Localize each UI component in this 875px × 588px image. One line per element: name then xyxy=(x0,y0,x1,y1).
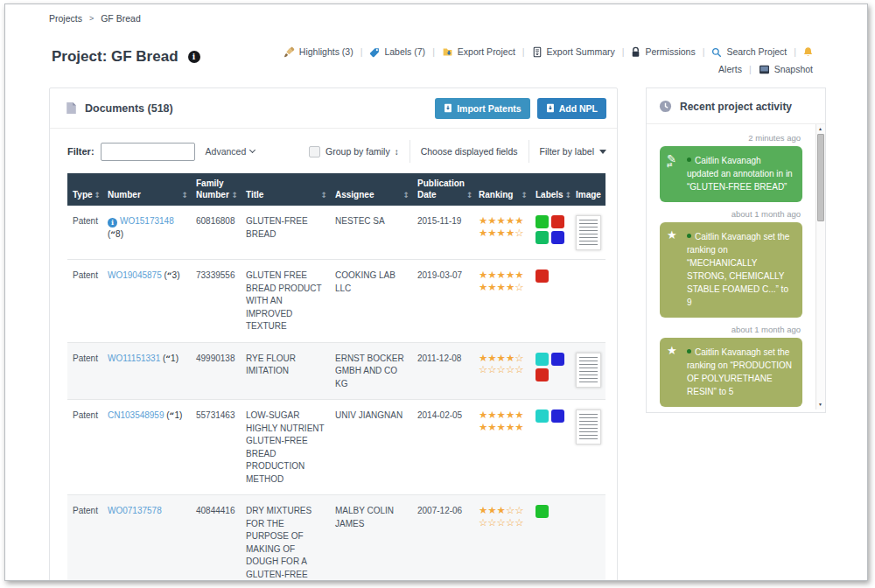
bell-icon[interactable] xyxy=(803,46,813,58)
import-patents-button[interactable]: Import Patents xyxy=(435,98,530,119)
sort-icon[interactable]: ↕ xyxy=(231,191,238,200)
sort-icon[interactable]: ↕ xyxy=(521,191,528,200)
column-label-ranking: Ranking xyxy=(479,190,513,201)
sort-icon[interactable]: ↕ xyxy=(181,191,188,200)
chevron-down-icon xyxy=(249,147,256,153)
label-red[interactable] xyxy=(536,368,549,382)
activity-card[interactable]: ★Caitlin Kavanagh set the ranking on “ME… xyxy=(660,222,802,318)
project-info-icon[interactable]: i xyxy=(188,51,200,63)
column-header-labels[interactable]: Labels↕ xyxy=(530,173,570,206)
column-label-date: Publication Date xyxy=(417,178,465,200)
label-emerald[interactable] xyxy=(536,231,549,244)
patent-number-link[interactable]: WO11151331 xyxy=(108,354,160,363)
column-header-family[interactable]: Family Number↕ xyxy=(191,173,241,206)
sort-icon[interactable]: ↕ xyxy=(320,191,327,200)
column-label-family: Family Number xyxy=(196,178,229,200)
highlights-button[interactable]: Highlights (3) xyxy=(284,45,354,60)
cell-assignee: ERNST BOCKER GMBH AND CO KG xyxy=(330,343,412,400)
breadcrumb-projects[interactable]: Projects xyxy=(49,13,82,24)
export-project-button[interactable]: Export Project xyxy=(442,45,515,60)
patent-number-link[interactable]: CN103548959 xyxy=(108,410,164,420)
user-status-dot xyxy=(687,349,691,354)
column-header-date[interactable]: Publication Date↕ xyxy=(412,173,473,206)
citation-count: (“8) xyxy=(108,229,123,239)
column-header-number[interactable]: Number↕ xyxy=(102,173,191,206)
sort-icon[interactable]: ↕ xyxy=(94,191,102,200)
ranking-stars[interactable]: ★★★☆☆☆☆☆☆☆ xyxy=(479,505,528,529)
export-summary-button[interactable]: Export Summary xyxy=(532,45,615,60)
cell-ranking: ★★★☆☆☆☆☆☆☆ xyxy=(473,495,530,581)
label-red[interactable] xyxy=(536,270,549,283)
documents-title: Documents (518) xyxy=(66,102,173,115)
scroll-up-arrow[interactable]: ▲ xyxy=(818,127,822,131)
ranking-stars[interactable]: ★★★★★★★★★★ xyxy=(479,410,528,434)
column-header-ranking[interactable]: Ranking↕ xyxy=(473,173,530,206)
labels-button[interactable]: Labels (7) xyxy=(369,45,425,60)
document-download-icon xyxy=(532,46,542,58)
info-icon[interactable]: i xyxy=(108,218,117,228)
filter-input[interactable] xyxy=(101,143,195,161)
label-cyan[interactable] xyxy=(536,353,549,366)
ranking-stars[interactable]: ★★★★★★★★★☆ xyxy=(479,215,528,240)
snapshot-button[interactable]: Snapshot xyxy=(759,62,813,77)
patent-number-link[interactable]: WO07137578 xyxy=(108,506,162,515)
activity-text: Caitlin Kavanagh set the ranking on “PRO… xyxy=(687,347,792,396)
sort-icon[interactable]: ↕ xyxy=(466,191,473,200)
label-green[interactable] xyxy=(536,215,549,228)
ranking-stars[interactable]: ★★★★☆☆☆☆☆☆ xyxy=(479,353,528,377)
add-npl-button[interactable]: Add NPL xyxy=(537,98,606,119)
divider xyxy=(410,140,410,163)
page-title: Project: GF Bread i xyxy=(52,48,200,66)
label-blue[interactable] xyxy=(551,231,564,244)
activity-scrollbar[interactable]: ▲ ▼ xyxy=(816,124,825,410)
scrollbar-thumb[interactable] xyxy=(817,134,824,221)
column-header-assignee[interactable]: Assignee↕ xyxy=(330,173,412,206)
user-status-dot xyxy=(687,158,691,162)
import-patents-label: Import Patents xyxy=(457,103,522,114)
project-title-text: Project: GF Bread xyxy=(52,48,178,66)
label-blue[interactable] xyxy=(551,410,564,423)
patent-image-thumbnail[interactable] xyxy=(576,353,601,388)
documents-table: Type↕Number↕Family Number↕Title↕Assignee… xyxy=(67,173,606,581)
filter-by-label-dropdown[interactable]: Filter by label xyxy=(540,145,606,158)
label-red[interactable] xyxy=(551,215,564,228)
alerts-button[interactable]: Alerts xyxy=(718,62,742,77)
patent-number-link[interactable]: WO19045875 xyxy=(108,270,162,280)
cell-labels xyxy=(530,343,570,400)
app-window: Projects > GF Bread Project: GF Bread i … xyxy=(4,4,868,581)
activity-card[interactable]: ★Caitlin Kavanagh set the ranking on “PR… xyxy=(660,338,802,407)
permissions-button[interactable]: Permissions xyxy=(631,45,695,60)
scroll-down-arrow[interactable]: ▼ xyxy=(818,402,822,407)
activity-card[interactable]: ✎⇄Caitlin Kavanagh updated an annotation… xyxy=(660,146,802,202)
cell-image xyxy=(570,343,604,400)
patent-image-thumbnail[interactable] xyxy=(576,410,601,444)
activity-text: Caitlin Kavanagh updated an annotation i… xyxy=(687,156,793,192)
column-header-type[interactable]: Type↕ xyxy=(67,173,102,206)
group-by-family-checkbox[interactable] xyxy=(309,146,320,158)
patent-number-link[interactable]: WO15173148 xyxy=(120,216,174,226)
table-row: PatentWO19045875 (“3)73339556GLUTEN FREE… xyxy=(67,259,606,342)
ranking-stars[interactable]: ★★★★★★★★★☆ xyxy=(479,270,528,294)
choose-displayed-fields-button[interactable]: Choose displayed fields xyxy=(421,146,518,157)
cell-number: iWO15173148 (“8) xyxy=(102,206,191,259)
cell-number: WO11151331 (“1) xyxy=(102,343,191,400)
column-label-title: Title xyxy=(246,190,263,201)
advanced-dropdown[interactable]: Advanced xyxy=(206,146,256,157)
column-header-title[interactable]: Title↕ xyxy=(241,173,330,206)
table-row: PatentWO0713757840844416DRY MIXTURES FOR… xyxy=(67,494,606,581)
patent-image-thumbnail[interactable] xyxy=(576,215,601,250)
cell-assignee: MALBY COLIN JAMES xyxy=(330,495,412,581)
star-icon: ★ xyxy=(667,229,677,241)
label-blue[interactable] xyxy=(551,353,564,366)
table-row: PatentWO11151331 (“1)49990138RYE FLOUR I… xyxy=(67,342,606,400)
star-icon: ★ xyxy=(667,345,677,356)
clock-icon xyxy=(659,100,672,113)
search-project-button[interactable]: Search Project xyxy=(711,45,787,60)
cell-type: Patent xyxy=(67,400,102,494)
label-green[interactable] xyxy=(536,505,549,518)
sort-icon[interactable]: ↕ xyxy=(402,191,410,200)
breadcrumb-current[interactable]: GF Bread xyxy=(101,13,141,24)
label-cyan[interactable] xyxy=(536,410,549,423)
group-by-family-label: Group by family xyxy=(326,146,390,157)
caret-down-icon xyxy=(599,150,606,158)
